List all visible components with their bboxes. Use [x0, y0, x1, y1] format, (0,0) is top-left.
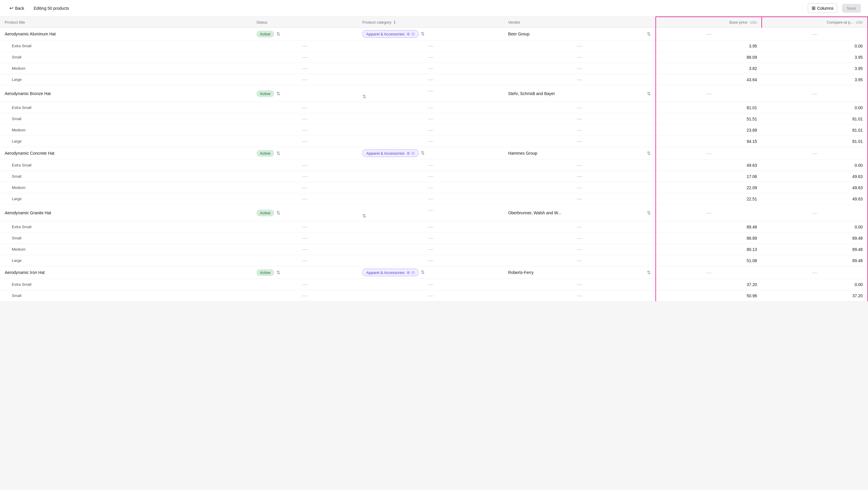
variant-base-price-cell[interactable]: 88.89: [656, 233, 762, 244]
vendor-sort-icon[interactable]: ⇅: [647, 270, 651, 275]
category-sort-icon[interactable]: ⇅: [421, 151, 425, 156]
variant-base-price-cell[interactable]: 51.51: [656, 113, 762, 125]
sort-icon[interactable]: ⇅: [276, 151, 280, 156]
variant-status-cell: —: [252, 136, 358, 147]
status-badge: Active: [256, 31, 274, 37]
variant-title-cell: Small: [0, 233, 252, 244]
table-row: Aerodynamic Iron Hat Active ⇅ Apparel & …: [0, 266, 868, 279]
remove-category-icon[interactable]: ⊗: [407, 270, 410, 275]
vendor-sort-icon[interactable]: ⇅: [647, 210, 651, 216]
category-tag: Apparel & Accessories ⊗ ⊙: [362, 269, 418, 276]
variant-compare-at-cell[interactable]: 3.95: [762, 52, 868, 63]
variant-compare-at-cell[interactable]: 0.00: [762, 279, 868, 290]
variant-compare-at-cell[interactable]: 0.00: [762, 102, 868, 113]
vendor-sort-icon[interactable]: ⇅: [647, 91, 651, 96]
vendor-cell: Stehr, Schmidt and Bayer ⇅: [503, 85, 656, 102]
category-sort-icon[interactable]: ⇅: [362, 94, 366, 99]
variant-name: Large: [12, 77, 22, 82]
category-info-icon[interactable]: ℹ: [394, 20, 395, 25]
confirm-category-icon[interactable]: ⊙: [411, 32, 415, 36]
variant-title-cell: Large: [0, 74, 252, 85]
variant-base-price-cell[interactable]: 94.15: [656, 136, 762, 147]
vendor-cell: Oberbrunner, Walsh and W... ⇅: [503, 205, 656, 221]
variant-category-cell: —: [358, 136, 503, 147]
base-price-value: 37.20: [747, 282, 757, 287]
base-price-cell: —: [656, 28, 762, 40]
back-button[interactable]: ↩ Back: [7, 4, 27, 12]
status-badge: Active: [256, 269, 274, 276]
table-row: Extra Small — — — 89.48 0.00: [0, 221, 868, 233]
variant-base-price-cell[interactable]: 89.48: [656, 221, 762, 233]
category-sort-icon[interactable]: ⇅: [362, 213, 366, 218]
variant-compare-at-cell[interactable]: 89.48: [762, 255, 868, 266]
category-sort-icon[interactable]: ⇅: [421, 270, 425, 275]
compare-at-value: 81.01: [852, 139, 863, 144]
remove-category-icon[interactable]: ⊗: [407, 32, 410, 36]
vendor-sort-icon[interactable]: ⇅: [647, 151, 651, 156]
variant-compare-at-cell[interactable]: 49.63: [762, 193, 868, 205]
variant-name: Medium: [12, 185, 25, 190]
variant-vendor-cell: —: [503, 279, 656, 290]
variant-base-price-cell[interactable]: 51.08: [656, 255, 762, 266]
variant-compare-at-cell[interactable]: 0.00: [762, 160, 868, 171]
product-name: Aerodynamic Bronze Hat: [5, 91, 51, 96]
sort-icon[interactable]: ⇅: [276, 91, 280, 96]
compare-at-value: 49.63: [852, 185, 863, 190]
variant-title-cell: Medium: [0, 125, 252, 136]
variant-compare-at-cell[interactable]: 89.48: [762, 233, 868, 244]
variant-base-price-cell[interactable]: 49.63: [656, 160, 762, 171]
variant-compare-at-cell[interactable]: 89.48: [762, 244, 868, 255]
variant-base-price-cell[interactable]: 3.95: [656, 40, 762, 52]
base-price-cell: —: [656, 266, 762, 279]
variant-compare-at-cell[interactable]: 0.00: [762, 221, 868, 233]
category-sort-icon[interactable]: ⇅: [421, 31, 425, 36]
columns-icon: ⊞: [812, 5, 815, 11]
variant-category-cell: —: [358, 171, 503, 182]
variant-compare-at-cell[interactable]: 81.01: [762, 125, 868, 136]
variant-base-price-cell[interactable]: 3.82: [656, 63, 762, 74]
variant-category-cell: —: [358, 255, 503, 266]
variant-compare-at-cell[interactable]: 49.63: [762, 171, 868, 182]
status-cell: Active ⇅: [252, 28, 358, 40]
base-price-value: 23.89: [747, 128, 757, 132]
variant-compare-at-cell[interactable]: 0.00: [762, 40, 868, 52]
variant-status-cell: —: [252, 63, 358, 74]
vendor-cell: Beer Group ⇅: [503, 28, 656, 40]
variant-base-price-cell[interactable]: 22.09: [656, 182, 762, 193]
variant-compare-at-cell[interactable]: 3.95: [762, 74, 868, 85]
variant-compare-at-cell[interactable]: 81.01: [762, 113, 868, 125]
variant-base-price-cell[interactable]: 50.96: [656, 290, 762, 301]
sort-icon[interactable]: ⇅: [276, 270, 280, 275]
variant-status-cell: —: [252, 74, 358, 85]
sort-icon[interactable]: ⇅: [276, 210, 280, 216]
confirm-category-icon[interactable]: ⊙: [411, 151, 415, 156]
table-row: Aerodynamic Concrete Hat Active ⇅ Appare…: [0, 147, 868, 160]
variant-base-price-cell[interactable]: 37.20: [656, 279, 762, 290]
table-row: Medium — — — 3.82 3.95: [0, 63, 868, 74]
confirm-category-icon[interactable]: ⊙: [411, 270, 415, 275]
status-badge: Active: [256, 210, 274, 216]
variant-category-cell: —: [358, 160, 503, 171]
variant-base-price-cell[interactable]: 81.01: [656, 102, 762, 113]
variant-base-price-cell[interactable]: 17.06: [656, 171, 762, 182]
columns-button[interactable]: ⊞ Columns: [808, 3, 837, 13]
status-cell: Active ⇅: [252, 205, 358, 221]
variant-base-price-cell[interactable]: 23.89: [656, 125, 762, 136]
variant-compare-at-cell[interactable]: 49.63: [762, 182, 868, 193]
variant-base-price-cell[interactable]: 43.64: [656, 74, 762, 85]
status-cell: Active ⇅: [252, 266, 358, 279]
base-price-cell: —: [656, 147, 762, 160]
save-button[interactable]: Save: [842, 4, 861, 13]
variant-compare-at-cell[interactable]: 3.95: [762, 63, 868, 74]
variant-base-price-cell[interactable]: 80.13: [656, 244, 762, 255]
sort-icon[interactable]: ⇅: [276, 31, 280, 37]
variant-compare-at-cell[interactable]: 81.01: [762, 136, 868, 147]
vendor-sort-icon[interactable]: ⇅: [647, 31, 651, 37]
category-tag: Apparel & Accessories ⊗ ⊙: [362, 30, 418, 38]
variant-base-price-cell[interactable]: 88.09: [656, 52, 762, 63]
variant-title-cell: Medium: [0, 244, 252, 255]
variant-base-price-cell[interactable]: 22.51: [656, 193, 762, 205]
variant-compare-at-cell[interactable]: 37.20: [762, 290, 868, 301]
remove-category-icon[interactable]: ⊗: [407, 151, 410, 156]
compare-at-value: 81.01: [852, 117, 863, 121]
